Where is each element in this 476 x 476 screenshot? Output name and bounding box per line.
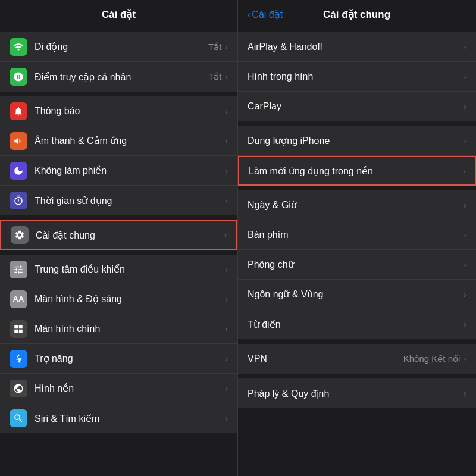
row-icon-0-1 <box>10 68 27 86</box>
chevron-right-icon: › <box>225 166 228 176</box>
right-row-label-2-4: Từ điển <box>248 319 464 330</box>
right-row-0-2[interactable]: CarPlay› <box>238 92 476 121</box>
chevron-right-icon: › <box>464 42 466 52</box>
right-row-1-0[interactable]: Dung lượng iPhone› <box>238 126 476 156</box>
back-label: Cài đặt <box>252 9 283 20</box>
row-icon-3-0 <box>10 261 27 278</box>
chevron-right-icon: › <box>225 354 228 364</box>
chevron-right-icon: › <box>464 389 466 398</box>
right-row-label-2-2: Phông chữ <box>248 259 464 270</box>
left-section-1: Thông báo›Âm thanh & Cảm ứng›Không làm p… <box>0 96 237 215</box>
row-label-1-3: Thời gian sử dụng <box>35 195 225 206</box>
chevron-right-icon: › <box>225 196 228 205</box>
right-row-2-3[interactable]: Ngôn ngữ & Vùng› <box>238 280 476 309</box>
right-row-label-1-0: Dung lượng iPhone <box>248 135 464 146</box>
row-label-3-2: Màn hình chính <box>35 324 225 334</box>
left-section-0: Di độngTắt›Điểm truy cập cá nhânTắt› <box>0 32 237 92</box>
right-row-2-2[interactable]: Phông chữ› <box>238 250 476 280</box>
right-row-2-4[interactable]: Từ điển› <box>238 309 476 339</box>
svg-point-0 <box>18 354 20 356</box>
row-icon-0-0 <box>10 38 27 56</box>
row-label-1-1: Âm thanh & Cảm ứng <box>35 135 225 146</box>
row-label-0-1: Điểm truy cập cá nhân <box>35 71 208 83</box>
row-label-3-0: Trung tâm điều khiển <box>35 264 225 275</box>
left-row-1-2[interactable]: Không làm phiền› <box>0 156 237 186</box>
chevron-right-icon: › <box>464 260 466 270</box>
row-icon-1-2 <box>10 162 27 180</box>
row-label-3-3: Trợ năng <box>35 353 225 364</box>
chevron-right-icon: › <box>464 201 466 210</box>
row-label-3-4: Hình nền <box>35 383 225 394</box>
right-settings-list: AirPlay & Handoff›Hình trong hình›CarPla… <box>238 27 476 476</box>
row-icon-3-3 <box>10 350 27 368</box>
right-row-2-0[interactable]: Ngày & Giờ› <box>238 190 476 220</box>
left-panel: Cài đặt Di độngTắt›Điểm truy cập cá nhân… <box>0 0 238 476</box>
right-row-0-1[interactable]: Hình trong hình› <box>238 62 476 92</box>
left-row-1-3[interactable]: Thời gian sử dụng› <box>0 186 237 215</box>
row-icon-1-3 <box>10 192 27 209</box>
row-label-0-0: Di động <box>35 41 208 52</box>
right-section-0: AirPlay & Handoff›Hình trong hình›CarPla… <box>238 32 476 121</box>
left-row-0-1[interactable]: Điểm truy cập cá nhânTắt› <box>0 62 237 92</box>
right-row-label-2-3: Ngôn ngữ & Vùng <box>248 289 464 300</box>
chevron-right-icon: › <box>225 414 228 423</box>
row-label-3-5: Siri & Tìm kiếm <box>35 413 225 424</box>
left-row-3-1[interactable]: AAMàn hình & Độ sáng› <box>0 284 237 314</box>
left-row-3-5[interactable]: Siri & Tìm kiếm› <box>0 403 237 433</box>
right-row-0-0[interactable]: AirPlay & Handoff› <box>238 32 476 62</box>
left-row-2-0[interactable]: Cài đặt chung› <box>0 220 237 250</box>
right-row-value-3-0: Không Kết nối <box>403 353 461 364</box>
chevron-right-icon: › <box>225 295 228 304</box>
right-row-label-4-0: Pháp lý & Quy định <box>248 388 464 399</box>
chevron-right-icon: › <box>464 354 466 364</box>
row-label-1-2: Không làm phiền <box>35 165 225 176</box>
left-row-3-4[interactable]: Hình nền› <box>0 374 237 403</box>
right-section-3: VPNKhông Kết nối› <box>238 344 476 374</box>
right-row-4-0[interactable]: Pháp lý & Quy định› <box>238 378 476 408</box>
chevron-right-icon: › <box>462 166 465 176</box>
row-value-0-0: Tắt <box>208 42 221 52</box>
chevron-right-icon: › <box>464 320 466 329</box>
right-row-label-0-0: AirPlay & Handoff <box>248 42 464 52</box>
left-row-1-1[interactable]: Âm thanh & Cảm ứng› <box>0 126 237 156</box>
right-section-2: Ngày & Giờ›Bàn phím›Phông chữ›Ngôn ngữ &… <box>238 190 476 339</box>
chevron-right-icon: › <box>225 384 228 393</box>
row-icon-3-1: AA <box>10 290 27 308</box>
row-value-0-1: Tắt <box>208 71 221 82</box>
right-section-1: Dung lượng iPhone›Làm mới ứng dụng trong… <box>238 126 476 186</box>
back-button[interactable]: ‹ Cài đặt <box>248 9 283 20</box>
left-section-2: Cài đặt chung› <box>0 220 237 250</box>
left-title: Cài đặt <box>102 9 136 20</box>
left-row-3-0[interactable]: Trung tâm điều khiển› <box>0 255 237 284</box>
left-row-0-0[interactable]: Di độngTắt› <box>0 32 237 62</box>
chevron-right-icon: › <box>225 324 228 334</box>
right-row-1-1[interactable]: Làm mới ứng dụng trong nền› <box>238 156 476 186</box>
right-panel: ‹ Cài đặt Cài đặt chung AirPlay & Handof… <box>238 0 476 476</box>
row-icon-3-2 <box>10 320 27 338</box>
chevron-right-icon: › <box>225 265 228 274</box>
chevron-right-icon: › <box>225 107 228 116</box>
chevron-right-icon: › <box>464 72 466 82</box>
row-icon-1-0 <box>10 102 27 120</box>
row-label-3-1: Màn hình & Độ sáng <box>35 293 225 305</box>
left-row-1-0[interactable]: Thông báo› <box>0 96 237 126</box>
right-row-label-3-0: VPN <box>248 353 403 364</box>
right-row-label-0-2: CarPlay <box>248 101 464 112</box>
right-row-2-1[interactable]: Bàn phím› <box>238 220 476 250</box>
chevron-right-icon: › <box>225 42 228 52</box>
left-header: Cài đặt <box>0 0 237 27</box>
row-icon-3-4 <box>10 380 27 397</box>
chevron-right-icon: › <box>225 136 228 146</box>
right-row-label-1-1: Làm mới ứng dụng trong nền <box>249 165 462 177</box>
left-row-3-2[interactable]: Màn hình chính› <box>0 314 237 344</box>
chevron-right-icon: › <box>464 136 466 146</box>
right-row-3-0[interactable]: VPNKhông Kết nối› <box>238 344 476 374</box>
row-icon-1-1 <box>10 132 27 150</box>
right-row-label-2-1: Bàn phím <box>248 230 464 240</box>
chevron-right-icon: › <box>464 102 466 111</box>
right-row-label-2-0: Ngày & Giờ <box>248 199 464 211</box>
left-row-3-3[interactable]: Trợ năng› <box>0 344 237 374</box>
chevron-right-icon: › <box>464 230 466 240</box>
row-icon-2-0 <box>11 226 29 244</box>
right-header: ‹ Cài đặt Cài đặt chung <box>238 0 476 27</box>
